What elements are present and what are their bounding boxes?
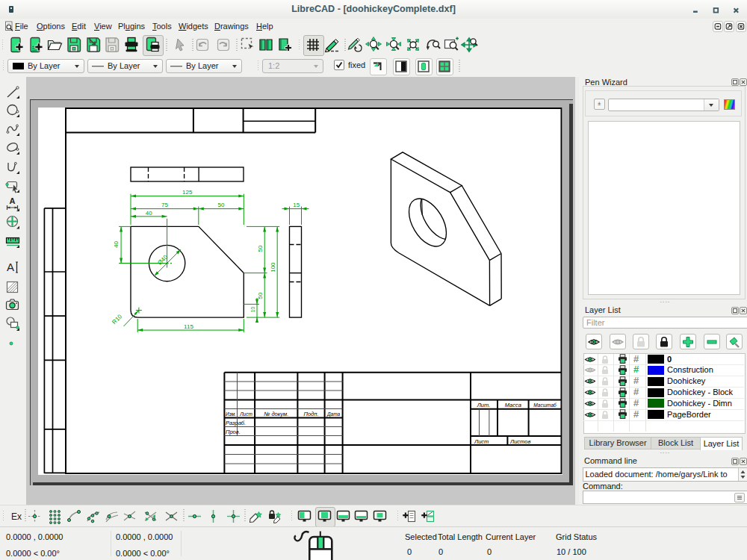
svg-text:10: 10 bbox=[250, 307, 255, 313]
svg-text:115: 115 bbox=[184, 323, 193, 330]
svg-text:15: 15 bbox=[293, 202, 300, 208]
svg-text:A: A bbox=[10, 196, 16, 205]
svg-text:Масса: Масса bbox=[505, 402, 521, 408]
svg-text:Лист: Лист bbox=[474, 438, 489, 445]
svg-text:Пров.: Пров. bbox=[226, 429, 241, 435]
svg-text:40: 40 bbox=[146, 210, 152, 217]
svg-text:Изм.: Изм. bbox=[226, 411, 236, 417]
svg-text:Лит.: Лит. bbox=[477, 402, 491, 408]
svg-text:Масштаб: Масштаб bbox=[533, 402, 557, 408]
svg-text:R10: R10 bbox=[111, 313, 123, 326]
svg-text:75: 75 bbox=[161, 202, 168, 208]
svg-text:50: 50 bbox=[257, 292, 264, 299]
svg-text:Лист: Лист bbox=[239, 411, 252, 417]
svg-text:50: 50 bbox=[218, 202, 225, 208]
svg-text:A: A bbox=[7, 261, 14, 273]
svg-text:100: 100 bbox=[270, 262, 276, 273]
svg-text:Разраб.: Разраб. bbox=[226, 420, 246, 426]
svg-text:40: 40 bbox=[113, 241, 120, 248]
svg-text:Подп.: Подп. bbox=[304, 411, 319, 417]
svg-text:50: 50 bbox=[257, 245, 264, 252]
svg-text:125: 125 bbox=[182, 189, 193, 196]
svg-text:№ докум.: № докум. bbox=[264, 411, 288, 417]
svg-text:Дата: Дата bbox=[326, 411, 341, 417]
svg-text:Листов: Листов bbox=[509, 438, 530, 445]
